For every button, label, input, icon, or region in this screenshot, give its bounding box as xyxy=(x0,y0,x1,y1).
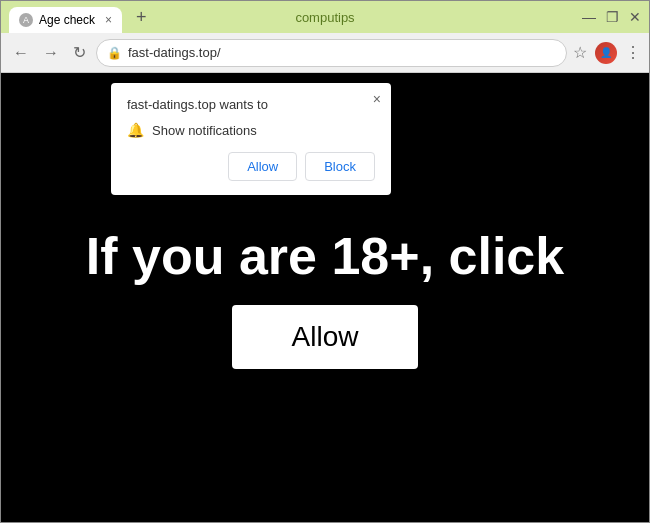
bell-icon: 🔔 xyxy=(127,122,144,138)
address-bar[interactable]: 🔒 fast-datings.top/ xyxy=(96,39,567,67)
nav-bar: ← → ↻ 🔒 fast-datings.top/ ☆ 👤 ⋮ xyxy=(1,33,649,73)
popup-close-button[interactable]: × xyxy=(373,91,381,107)
browser-content: × fast-datings.top wants to 🔔 Show notif… xyxy=(1,73,649,523)
nav-right-controls: ☆ 👤 ⋮ xyxy=(573,42,641,64)
menu-button[interactable]: ⋮ xyxy=(625,43,641,62)
title-bar-left: A Age check × + xyxy=(9,4,153,30)
minimize-button[interactable]: — xyxy=(582,9,596,25)
popup-notification-label: Show notifications xyxy=(152,123,257,138)
back-button[interactable]: ← xyxy=(9,40,33,66)
refresh-button[interactable]: ↻ xyxy=(69,39,90,66)
browser-tab[interactable]: A Age check × xyxy=(9,7,122,33)
new-tab-button[interactable]: + xyxy=(130,7,153,28)
bookmark-icon[interactable]: ☆ xyxy=(573,43,587,62)
tab-favicon: A xyxy=(19,13,33,27)
avatar[interactable]: 👤 xyxy=(595,42,617,64)
forward-button[interactable]: → xyxy=(39,40,63,66)
page-content: If you are 18+, click Allow xyxy=(86,228,564,369)
close-button[interactable]: ✕ xyxy=(629,9,641,25)
title-bar: A Age check × + computips — ❐ ✕ xyxy=(1,1,649,33)
lock-icon: 🔒 xyxy=(107,46,122,60)
popup-buttons: Allow Block xyxy=(127,152,375,181)
address-text: fast-datings.top/ xyxy=(128,45,221,60)
popup-allow-button[interactable]: Allow xyxy=(228,152,297,181)
restore-button[interactable]: ❐ xyxy=(606,9,619,25)
tab-close-button[interactable]: × xyxy=(105,13,112,27)
page-heading: If you are 18+, click xyxy=(86,228,564,285)
window-controls: — ❐ ✕ xyxy=(582,9,641,25)
notification-popup: × fast-datings.top wants to 🔔 Show notif… xyxy=(111,83,391,195)
page-allow-button[interactable]: Allow xyxy=(232,305,419,369)
popup-title: fast-datings.top wants to xyxy=(127,97,375,112)
popup-block-button[interactable]: Block xyxy=(305,152,375,181)
popup-row: 🔔 Show notifications xyxy=(127,122,375,138)
tab-label: Age check xyxy=(39,13,95,27)
brand-label: computips xyxy=(295,10,354,25)
